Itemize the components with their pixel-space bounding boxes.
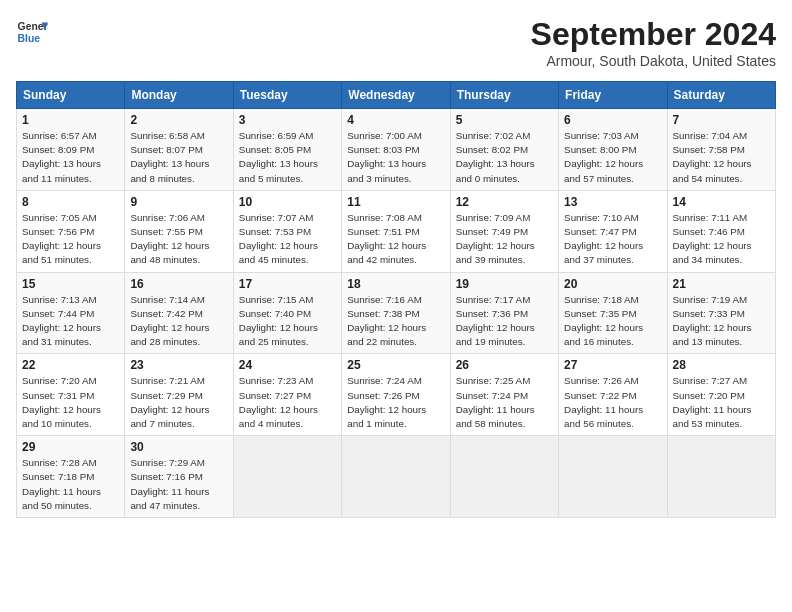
day-sunset: Sunset: 7:58 PM [673, 144, 745, 155]
day-daylight: Daylight: 13 hours and 3 minutes. [347, 158, 426, 183]
day-sunrise: Sunrise: 7:29 AM [130, 457, 205, 468]
calendar-cell: 22 Sunrise: 7:20 AM Sunset: 7:31 PM Dayl… [17, 354, 125, 436]
day-sunset: Sunset: 7:49 PM [456, 226, 528, 237]
svg-text:Blue: Blue [18, 33, 41, 44]
calendar-cell: 1 Sunrise: 6:57 AM Sunset: 8:09 PM Dayli… [17, 109, 125, 191]
day-sunrise: Sunrise: 6:58 AM [130, 130, 205, 141]
day-daylight: Daylight: 12 hours and 31 minutes. [22, 322, 101, 347]
day-number: 23 [130, 358, 227, 372]
day-daylight: Daylight: 12 hours and 25 minutes. [239, 322, 318, 347]
page-header: General Blue September 2024 Armour, Sout… [16, 16, 776, 69]
day-sunrise: Sunrise: 7:02 AM [456, 130, 531, 141]
day-sunset: Sunset: 7:31 PM [22, 390, 94, 401]
day-sunset: Sunset: 7:38 PM [347, 308, 419, 319]
day-number: 8 [22, 195, 119, 209]
day-number: 26 [456, 358, 553, 372]
day-sunset: Sunset: 7:47 PM [564, 226, 636, 237]
day-daylight: Daylight: 12 hours and 4 minutes. [239, 404, 318, 429]
day-sunrise: Sunrise: 7:13 AM [22, 294, 97, 305]
day-sunset: Sunset: 7:16 PM [130, 471, 202, 482]
day-sunrise: Sunrise: 7:09 AM [456, 212, 531, 223]
calendar-cell: 18 Sunrise: 7:16 AM Sunset: 7:38 PM Dayl… [342, 272, 450, 354]
calendar-cell [233, 436, 341, 518]
calendar-week-row: 1 Sunrise: 6:57 AM Sunset: 8:09 PM Dayli… [17, 109, 776, 191]
day-sunrise: Sunrise: 7:27 AM [673, 375, 748, 386]
day-number: 20 [564, 277, 661, 291]
calendar-cell: 13 Sunrise: 7:10 AM Sunset: 7:47 PM Dayl… [559, 190, 667, 272]
day-sunset: Sunset: 7:29 PM [130, 390, 202, 401]
day-daylight: Daylight: 12 hours and 37 minutes. [564, 240, 643, 265]
day-sunrise: Sunrise: 7:16 AM [347, 294, 422, 305]
day-daylight: Daylight: 13 hours and 5 minutes. [239, 158, 318, 183]
day-daylight: Daylight: 12 hours and 16 minutes. [564, 322, 643, 347]
day-number: 25 [347, 358, 444, 372]
calendar-cell: 5 Sunrise: 7:02 AM Sunset: 8:02 PM Dayli… [450, 109, 558, 191]
calendar-cell: 15 Sunrise: 7:13 AM Sunset: 7:44 PM Dayl… [17, 272, 125, 354]
day-sunrise: Sunrise: 7:21 AM [130, 375, 205, 386]
day-sunset: Sunset: 8:02 PM [456, 144, 528, 155]
month-title: September 2024 [531, 16, 776, 53]
calendar-week-row: 29 Sunrise: 7:28 AM Sunset: 7:18 PM Dayl… [17, 436, 776, 518]
day-sunrise: Sunrise: 7:00 AM [347, 130, 422, 141]
calendar-table: SundayMondayTuesdayWednesdayThursdayFrid… [16, 81, 776, 518]
day-sunrise: Sunrise: 7:04 AM [673, 130, 748, 141]
calendar-cell: 17 Sunrise: 7:15 AM Sunset: 7:40 PM Dayl… [233, 272, 341, 354]
calendar-cell: 12 Sunrise: 7:09 AM Sunset: 7:49 PM Dayl… [450, 190, 558, 272]
day-sunset: Sunset: 8:00 PM [564, 144, 636, 155]
calendar-cell [667, 436, 775, 518]
calendar-cell: 29 Sunrise: 7:28 AM Sunset: 7:18 PM Dayl… [17, 436, 125, 518]
day-number: 2 [130, 113, 227, 127]
calendar-week-row: 15 Sunrise: 7:13 AM Sunset: 7:44 PM Dayl… [17, 272, 776, 354]
day-number: 17 [239, 277, 336, 291]
day-sunrise: Sunrise: 7:15 AM [239, 294, 314, 305]
calendar-cell: 11 Sunrise: 7:08 AM Sunset: 7:51 PM Dayl… [342, 190, 450, 272]
calendar-week-row: 22 Sunrise: 7:20 AM Sunset: 7:31 PM Dayl… [17, 354, 776, 436]
day-number: 5 [456, 113, 553, 127]
day-number: 22 [22, 358, 119, 372]
day-sunset: Sunset: 8:03 PM [347, 144, 419, 155]
day-sunset: Sunset: 7:33 PM [673, 308, 745, 319]
day-daylight: Daylight: 12 hours and 13 minutes. [673, 322, 752, 347]
calendar-cell: 7 Sunrise: 7:04 AM Sunset: 7:58 PM Dayli… [667, 109, 775, 191]
calendar-cell [450, 436, 558, 518]
day-daylight: Daylight: 13 hours and 0 minutes. [456, 158, 535, 183]
day-daylight: Daylight: 13 hours and 8 minutes. [130, 158, 209, 183]
logo: General Blue [16, 16, 48, 48]
day-sunset: Sunset: 7:40 PM [239, 308, 311, 319]
day-number: 13 [564, 195, 661, 209]
day-daylight: Daylight: 12 hours and 45 minutes. [239, 240, 318, 265]
day-sunrise: Sunrise: 7:24 AM [347, 375, 422, 386]
generalblue-logo-icon: General Blue [16, 16, 48, 48]
weekday-header-monday: Monday [125, 82, 233, 109]
day-sunrise: Sunrise: 7:06 AM [130, 212, 205, 223]
day-sunrise: Sunrise: 7:07 AM [239, 212, 314, 223]
day-sunrise: Sunrise: 7:10 AM [564, 212, 639, 223]
day-daylight: Daylight: 12 hours and 7 minutes. [130, 404, 209, 429]
day-number: 21 [673, 277, 770, 291]
calendar-cell: 3 Sunrise: 6:59 AM Sunset: 8:05 PM Dayli… [233, 109, 341, 191]
day-sunset: Sunset: 7:36 PM [456, 308, 528, 319]
day-daylight: Daylight: 11 hours and 56 minutes. [564, 404, 643, 429]
day-sunset: Sunset: 7:18 PM [22, 471, 94, 482]
day-number: 7 [673, 113, 770, 127]
day-sunrise: Sunrise: 7:17 AM [456, 294, 531, 305]
day-sunset: Sunset: 7:46 PM [673, 226, 745, 237]
day-number: 14 [673, 195, 770, 209]
weekday-header-wednesday: Wednesday [342, 82, 450, 109]
day-sunset: Sunset: 7:44 PM [22, 308, 94, 319]
day-sunrise: Sunrise: 7:25 AM [456, 375, 531, 386]
day-daylight: Daylight: 12 hours and 39 minutes. [456, 240, 535, 265]
weekday-header-row: SundayMondayTuesdayWednesdayThursdayFrid… [17, 82, 776, 109]
title-area: September 2024 Armour, South Dakota, Uni… [531, 16, 776, 69]
day-sunrise: Sunrise: 7:28 AM [22, 457, 97, 468]
weekday-header-tuesday: Tuesday [233, 82, 341, 109]
day-daylight: Daylight: 11 hours and 50 minutes. [22, 486, 101, 511]
day-number: 4 [347, 113, 444, 127]
day-sunset: Sunset: 7:26 PM [347, 390, 419, 401]
day-daylight: Daylight: 12 hours and 54 minutes. [673, 158, 752, 183]
calendar-cell: 8 Sunrise: 7:05 AM Sunset: 7:56 PM Dayli… [17, 190, 125, 272]
day-number: 29 [22, 440, 119, 454]
day-sunset: Sunset: 7:51 PM [347, 226, 419, 237]
day-daylight: Daylight: 11 hours and 47 minutes. [130, 486, 209, 511]
day-daylight: Daylight: 12 hours and 34 minutes. [673, 240, 752, 265]
